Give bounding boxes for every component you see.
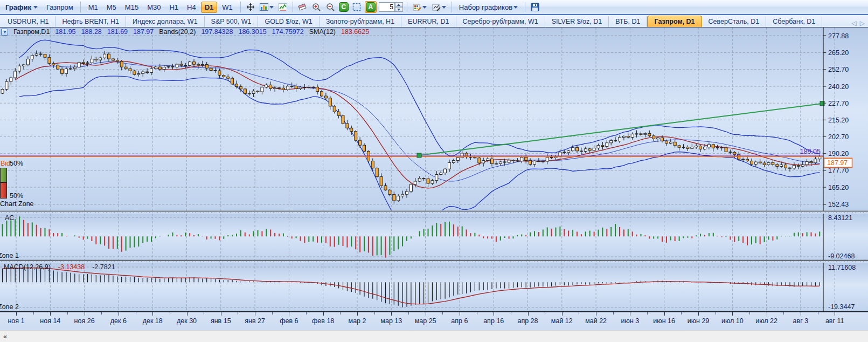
current-price-label: 187.97	[827, 159, 848, 167]
chart-type-icon[interactable]	[259, 1, 275, 13]
chart-tab-6[interactable]: EURRUR, D1	[401, 16, 456, 27]
timeframe-button-w1[interactable]: W1	[218, 2, 237, 13]
timeframe-button-m1[interactable]: M1	[85, 2, 102, 13]
timeframe-button-m5[interactable]: M5	[103, 2, 120, 13]
chart-tab-11[interactable]: СеверСталь, D1	[702, 16, 767, 27]
time-axis-label: апр 28	[517, 317, 538, 325]
trading-terminal-window: График Газпром M1M5M15M30H1H4D1W1 C	[0, 0, 868, 342]
macd-axis-label: -19.3447	[828, 303, 855, 311]
candle-colors-button[interactable]: C	[339, 2, 349, 12]
chart-tab-5[interactable]: Золото-руб/грамм, H1	[320, 16, 401, 27]
chart-set-button[interactable]: Набор графиков	[456, 2, 521, 12]
separator	[80, 2, 81, 12]
macd-chart[interactable]: 11.71608-19.3447	[0, 263, 868, 312]
time-tick	[119, 312, 119, 316]
time-axis-label: фев 18	[312, 317, 334, 325]
macd-zone-label: Zone 2	[0, 303, 19, 311]
chart-tab-9[interactable]: ВТБ, D1	[609, 16, 647, 27]
time-tick	[16, 312, 17, 316]
timeframe-group: M1M5M15M30H1H4D1W1	[85, 2, 237, 13]
time-tick-minor	[272, 312, 273, 314]
time-tick	[562, 312, 563, 316]
instrument-button[interactable]: Газпром	[43, 2, 77, 12]
chart-tab-1[interactable]: Нефть BRENT, H1	[55, 16, 126, 27]
time-tick	[255, 312, 255, 316]
time-tick	[494, 312, 494, 316]
time-tick-minor	[374, 312, 375, 314]
time-axis-label: дек 18	[143, 317, 163, 325]
chart-tab-8[interactable]: SILVER $/oz, D1	[545, 16, 609, 27]
zoom-out-icon[interactable]	[325, 1, 337, 13]
chart-zone-top-percent: 50%	[10, 160, 23, 167]
tab-scroll-left-icon[interactable]: ◁	[852, 19, 857, 27]
chart-zone-bottom-percent: 50%	[10, 192, 23, 200]
time-tick	[698, 312, 699, 316]
chevron-down-icon	[513, 6, 518, 9]
chart-tab-12[interactable]: Сбербанк, D1	[766, 16, 822, 27]
time-axis[interactable]: ноя 1ноя 14ноя 26дек 6дек 18дек 30янв 15…	[0, 312, 868, 331]
chart-tab-0[interactable]: USDRUR, H1	[1, 16, 55, 27]
time-axis-label: июл 10	[721, 317, 744, 325]
timeframe-button-d1[interactable]: D1	[201, 2, 218, 13]
macd-indicator-panel[interactable]: 11.71608-19.3447 MACD(12,26,9) -3.13438 …	[0, 263, 868, 312]
time-tick	[732, 312, 733, 316]
ac-indicator-panel[interactable]: 8.43121-9.02468 AC Zone 1	[0, 214, 868, 261]
legend-open: 181.95	[55, 28, 75, 36]
chart-tab-4[interactable]: GOLD $/oz, W1	[258, 16, 319, 27]
timeframe-button-h1[interactable]: H1	[165, 2, 182, 13]
time-axis-label: авг 3	[793, 317, 809, 325]
period-up-button[interactable]	[395, 2, 403, 7]
time-tick-minor	[408, 312, 409, 314]
ac-histogram[interactable]: 8.43121-9.02468	[0, 214, 868, 261]
ac-axis-label: 8.43121	[828, 214, 852, 222]
fit-frame-icon[interactable]	[351, 1, 363, 13]
time-axis-label: май 22	[585, 317, 607, 325]
eraser-icon[interactable]	[297, 1, 309, 13]
timeframe-button-m30[interactable]: M30	[143, 2, 164, 13]
price-axis-label: 265.20	[828, 49, 849, 57]
chart-tab-2[interactable]: Индекс доллара, W1	[126, 16, 205, 27]
separator	[293, 2, 293, 12]
chart-menu-button[interactable]: График	[2, 2, 41, 12]
time-tick	[835, 312, 835, 316]
draw-style-icon[interactable]	[430, 1, 448, 13]
legend-bands-lower: 174.75972	[272, 28, 304, 36]
time-axis-label: мар 13	[380, 317, 402, 325]
tab-scroll-right-icon[interactable]: ▷	[860, 19, 865, 27]
chart-window-icon[interactable]	[1, 29, 8, 36]
chart-zone-title: Chart Zone	[0, 200, 34, 208]
time-tick	[221, 312, 221, 316]
collapse-panel-button[interactable]: «	[3, 332, 7, 340]
palette-icon[interactable]	[411, 1, 428, 13]
timeframe-button-m15[interactable]: M15	[121, 2, 142, 13]
chart-tab-7[interactable]: Серебро-руб/грамм, W1	[456, 16, 545, 27]
crosshair-icon[interactable]	[245, 1, 256, 13]
period-spinner	[379, 2, 403, 12]
period-input[interactable]	[379, 2, 395, 12]
ac-zone-label: Zone 1	[0, 252, 19, 259]
price-axis-label: 152.43	[828, 201, 849, 208]
price-chart-panel[interactable]: 277.88265.20252.70240.20227.70215.20202.…	[0, 28, 868, 211]
c-button-label: C	[339, 2, 349, 12]
time-axis-label: авг 11	[825, 317, 844, 325]
timeframe-button-h4[interactable]: H4	[183, 2, 200, 13]
time-axis-label: ноя 14	[40, 317, 60, 325]
time-axis-label: июн 29	[688, 317, 710, 325]
time-tick	[460, 312, 460, 316]
zoom-in-icon[interactable]	[311, 1, 323, 13]
legend-bands-name: Bands(20,2)	[159, 28, 196, 36]
candlestick-chart[interactable]: 277.88265.20252.70240.20227.70215.20202.…	[0, 28, 868, 211]
save-icon[interactable]	[529, 1, 541, 13]
time-tick-minor	[681, 312, 682, 314]
chart-tab-10[interactable]: Газпром, D1	[647, 16, 702, 27]
time-tick	[596, 312, 596, 316]
indicator-icon[interactable]	[277, 1, 289, 13]
autoscale-button[interactable]: A	[365, 1, 377, 13]
time-tick-minor	[204, 312, 204, 314]
time-tick	[801, 312, 801, 316]
chart-tab-3[interactable]: S&P 500, W1	[205, 16, 259, 27]
period-down-button[interactable]	[395, 7, 403, 12]
time-tick-minor	[136, 312, 136, 314]
separator	[525, 2, 525, 12]
separator	[452, 2, 452, 12]
